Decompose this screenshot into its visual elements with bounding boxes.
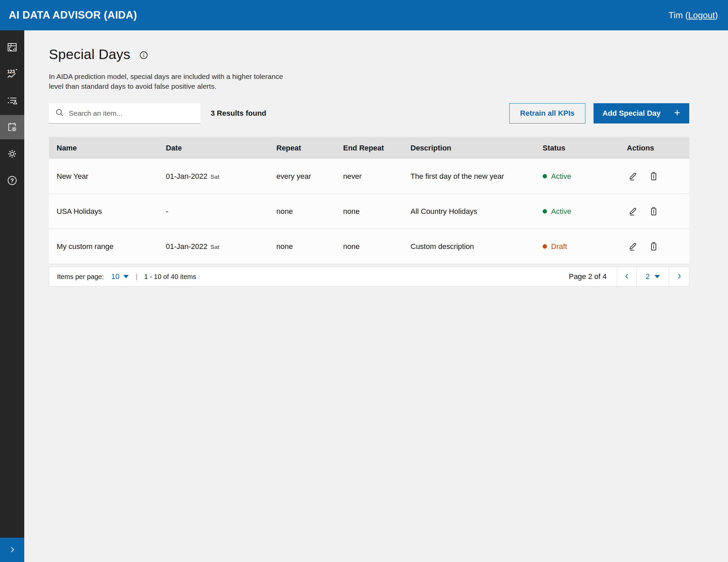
cell-description: Custom description <box>403 242 535 251</box>
edit-pencil-icon <box>628 241 638 252</box>
date-day: Sat <box>211 172 219 180</box>
cell-name: New Year <box>49 172 158 181</box>
search-input[interactable] <box>69 109 195 117</box>
table-header-row: Name Date Repeat End Repeat Description … <box>49 137 689 159</box>
column-header-description: Description <box>403 144 535 152</box>
date-day: Sat <box>211 243 219 251</box>
kpi-trends-icon: 123 <box>6 68 18 80</box>
delete-button[interactable] <box>647 170 660 183</box>
special-days-calendar-gear-icon <box>6 121 18 133</box>
status-badge: Active <box>535 207 619 216</box>
cell-actions <box>619 240 689 253</box>
user-name-suffix: ) <box>715 10 718 20</box>
sidebar-expand-button[interactable] <box>0 538 24 562</box>
column-header-actions: Actions <box>619 144 689 152</box>
special-days-table: Name Date Repeat End Repeat Description … <box>49 137 689 286</box>
cell-actions <box>619 205 689 218</box>
cell-name: My custom range <box>49 242 158 251</box>
chevron-right-icon <box>7 544 17 556</box>
alerts-list-icon <box>6 95 18 106</box>
edit-button[interactable] <box>627 240 639 253</box>
title-row: Special Days <box>49 47 689 62</box>
cell-name: USA Holidays <box>49 207 158 216</box>
status-badge: Active <box>535 172 619 181</box>
cell-repeat: none <box>269 242 335 251</box>
status-label: Active <box>551 207 571 216</box>
cell-end-repeat: none <box>335 207 403 216</box>
sidebar: 123 <box>0 30 24 562</box>
page-description: In AIDA prediction model, special days a… <box>49 72 286 91</box>
sidebar-item-dashboard[interactable] <box>0 35 24 59</box>
items-per-page-value: 10 <box>111 272 119 281</box>
add-special-day-button[interactable]: Add Special Day + <box>594 103 690 123</box>
add-special-day-label: Add Special Day <box>603 109 661 118</box>
date-value: - <box>166 207 168 216</box>
pagination-bar: Items per page: 10 | 1 - 10 of 40 items … <box>49 267 689 286</box>
previous-page-button[interactable] <box>617 267 636 286</box>
column-header-status: Status <box>535 144 619 152</box>
logout-link[interactable]: Logout <box>688 10 715 20</box>
search-box <box>49 103 201 123</box>
sidebar-item-special-days[interactable] <box>0 115 24 139</box>
status-dot-icon <box>543 244 547 249</box>
cell-description: The first day of the new year <box>403 172 535 181</box>
settings-gear-icon <box>6 148 18 160</box>
toolbar: 3 Results found Retrain all KPIs Add Spe… <box>49 103 689 123</box>
status-label: Active <box>551 172 571 181</box>
table-row: USA Holidays - none none All Country Hol… <box>49 194 689 229</box>
user-name: Tim ( <box>669 10 688 20</box>
delete-button[interactable] <box>647 205 660 218</box>
chevron-down-icon <box>123 275 129 278</box>
chevron-right-icon <box>675 272 683 281</box>
column-header-repeat: Repeat <box>269 144 335 152</box>
sidebar-item-kpi-trends[interactable]: 123 <box>0 62 24 86</box>
help-icon: ? <box>6 175 18 186</box>
cell-date: - <box>158 207 269 216</box>
cell-actions <box>619 170 689 183</box>
column-header-date: Date <box>158 144 269 152</box>
column-header-end-repeat: End Repeat <box>335 144 403 152</box>
trash-icon <box>649 206 659 217</box>
toolbar-buttons: Retrain all KPIs Add Special Day + <box>509 103 689 123</box>
dashboard-icon <box>6 41 18 53</box>
status-badge: Draft <box>535 242 619 251</box>
edit-button[interactable] <box>627 170 639 183</box>
column-header-name: Name <box>49 144 158 152</box>
sidebar-item-settings[interactable] <box>0 142 24 166</box>
pagination-divider: | <box>135 273 137 281</box>
page-indicator: Page 2 of 4 <box>569 267 617 286</box>
search-icon <box>55 108 64 118</box>
cell-repeat: every year <box>269 172 335 181</box>
retrain-all-kpis-button[interactable]: Retrain all KPIs <box>509 103 585 123</box>
chevron-left-icon <box>623 272 631 281</box>
edit-pencil-icon <box>628 171 638 182</box>
items-per-page-select[interactable]: 10 <box>111 272 129 281</box>
app-title: AI DATA ADVISOR (AIDA) <box>9 9 137 21</box>
pagination-right: Page 2 of 4 2 <box>569 267 689 286</box>
page-title: Special Days <box>49 47 130 62</box>
results-count: 3 Results found <box>211 109 266 118</box>
cell-description: All Country Holidays <box>403 207 535 216</box>
trash-icon <box>649 241 659 252</box>
current-page-value: 2 <box>645 272 649 281</box>
status-label: Draft <box>551 242 567 251</box>
delete-button[interactable] <box>647 240 660 253</box>
info-icon <box>139 51 148 61</box>
trash-icon <box>649 171 659 182</box>
pagination-left: Items per page: 10 | 1 - 10 of 40 items <box>49 272 196 281</box>
edit-pencil-icon <box>628 206 638 217</box>
pagination-range: 1 - 10 of 40 items <box>144 273 196 281</box>
next-page-button[interactable] <box>669 267 689 286</box>
page-info-button[interactable] <box>139 49 148 61</box>
edit-button[interactable] <box>627 205 639 218</box>
sidebar-item-alerts-list[interactable] <box>0 88 24 113</box>
sidebar-item-help[interactable]: ? <box>0 168 24 193</box>
cell-end-repeat: none <box>335 242 403 251</box>
cell-end-repeat: never <box>335 172 403 181</box>
status-dot-icon <box>543 174 547 178</box>
status-dot-icon <box>543 209 547 214</box>
cell-date: 01-Jan-2022 Sat <box>158 172 269 181</box>
user-menu: Tim (Logout) <box>669 10 718 21</box>
page-number-select[interactable]: 2 <box>636 267 669 286</box>
svg-text:?: ? <box>10 177 14 184</box>
